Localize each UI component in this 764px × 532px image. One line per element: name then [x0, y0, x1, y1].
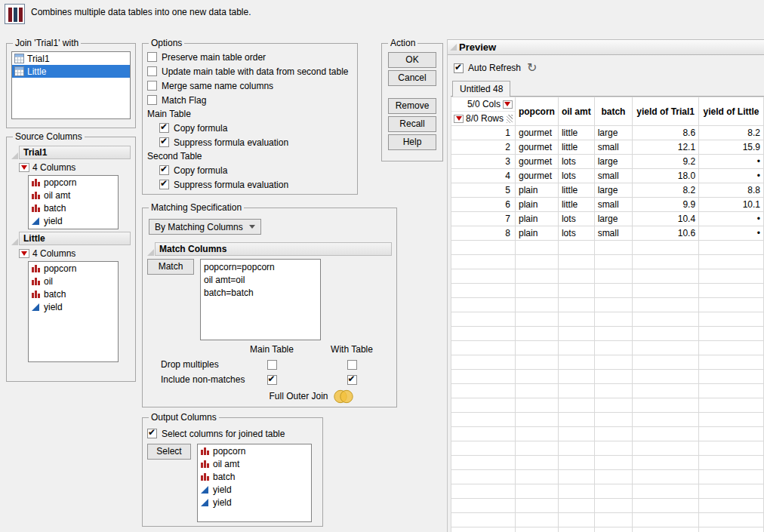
cell[interactable]: little	[558, 198, 594, 212]
checkbox[interactable]	[159, 123, 169, 133]
cell[interactable]: plain	[515, 183, 558, 198]
cell[interactable]: 9.2	[633, 155, 699, 169]
join-with-list[interactable]: Trial1Little	[11, 51, 131, 119]
column-item[interactable]: yield	[198, 496, 311, 509]
help-button[interactable]: Help	[388, 134, 436, 150]
cell[interactable]: 8.8	[699, 183, 764, 198]
column-item[interactable]: yield	[29, 214, 118, 227]
checkbox[interactable]	[159, 165, 169, 175]
row-number[interactable]: 8	[451, 226, 516, 241]
cell[interactable]: plain	[515, 226, 558, 241]
row-number[interactable]: 3	[451, 155, 516, 169]
checkbox[interactable]	[267, 375, 277, 385]
column-header[interactable]: batch	[594, 97, 633, 126]
column-item[interactable]: yield	[198, 483, 311, 496]
cell[interactable]: small	[594, 198, 633, 212]
cell[interactable]: gourmet	[515, 140, 558, 155]
ok-button[interactable]: OK	[388, 52, 436, 68]
cell[interactable]: 10.4	[633, 212, 699, 226]
join-table-item[interactable]: Trial1	[12, 52, 130, 65]
join-table-item[interactable]: Little	[12, 65, 130, 78]
column-item[interactable]: yield	[29, 300, 118, 313]
checkbox[interactable]	[347, 360, 357, 370]
match-pair[interactable]: oil amt=oil	[204, 274, 317, 287]
cell[interactable]: little	[558, 126, 594, 140]
cell[interactable]: small	[594, 226, 633, 241]
source-group-header[interactable]: Trial1	[19, 146, 131, 159]
cell[interactable]: small	[594, 169, 633, 183]
row-number[interactable]: 6	[451, 198, 516, 212]
match-pair[interactable]: popcorn=popcorn	[204, 261, 317, 274]
cell[interactable]: gourmet	[515, 169, 558, 183]
column-item[interactable]: batch	[198, 470, 311, 483]
rows-red-triangle-icon[interactable]	[454, 115, 464, 123]
red-triangle-menu-icon[interactable]	[19, 163, 29, 172]
disclosure-triangle-icon[interactable]	[11, 238, 18, 245]
column-item[interactable]: oil	[29, 275, 118, 288]
column-item[interactable]: oil amt	[29, 189, 118, 201]
auto-refresh-checkbox[interactable]	[454, 63, 464, 73]
match-button[interactable]: Match	[147, 259, 194, 275]
checkbox[interactable]	[267, 360, 277, 370]
cell[interactable]: large	[594, 212, 633, 226]
row-number[interactable]: 1	[451, 126, 516, 140]
preview-header[interactable]: Preview	[448, 39, 764, 55]
select-columns-checkbox[interactable]	[147, 429, 157, 438]
cell[interactable]: 10.6	[633, 226, 699, 241]
cell[interactable]: 8.6	[633, 126, 699, 140]
cell[interactable]: •	[699, 169, 764, 183]
source-column-list[interactable]: popcornoilbatchyield	[28, 261, 119, 362]
disclosure-triangle-icon[interactable]	[11, 152, 18, 159]
cell[interactable]: large	[594, 155, 633, 169]
cancel-button[interactable]: Cancel	[388, 70, 436, 86]
column-header[interactable]: yield of Little	[699, 97, 764, 126]
match-pairs-list[interactable]: popcorn=popcornoil amt=oilbatch=batch	[200, 259, 321, 340]
cell[interactable]: 8.2	[633, 183, 699, 198]
disclosure-triangle-icon[interactable]	[450, 44, 457, 51]
column-header[interactable]: popcorn	[515, 97, 558, 126]
cell[interactable]: 10.1	[699, 198, 764, 212]
cell[interactable]: •	[699, 226, 764, 241]
checkbox[interactable]	[147, 95, 157, 105]
cell[interactable]: plain	[515, 212, 558, 226]
row-number[interactable]: 4	[451, 169, 516, 183]
select-button[interactable]: Select	[147, 444, 191, 460]
row-number[interactable]: 2	[451, 140, 516, 155]
cell[interactable]: plain	[515, 198, 558, 212]
checkbox[interactable]	[147, 81, 157, 91]
column-item[interactable]: popcorn	[29, 176, 118, 189]
column-item[interactable]: oil amt	[198, 457, 311, 470]
preview-table[interactable]: 5/0 Cols8/0 Rowspopcornoil amtbatchyield…	[451, 97, 764, 532]
row-number[interactable]: 7	[451, 212, 516, 226]
cell[interactable]: 8.2	[699, 126, 764, 140]
cell[interactable]: little	[558, 140, 594, 155]
cell[interactable]: gourmet	[515, 126, 558, 140]
remove-button[interactable]: Remove	[388, 98, 436, 114]
column-item[interactable]: batch	[29, 201, 118, 214]
cell[interactable]: 9.9	[633, 198, 699, 212]
cell[interactable]: large	[594, 183, 633, 198]
cell[interactable]: 12.1	[633, 140, 699, 155]
refresh-icon[interactable]: ↻	[527, 63, 537, 73]
disclosure-triangle-icon[interactable]	[147, 249, 154, 256]
checkbox[interactable]	[147, 66, 157, 76]
red-triangle-menu-icon[interactable]	[19, 249, 29, 258]
cell[interactable]: lots	[558, 212, 594, 226]
cell[interactable]: 15.9	[699, 140, 764, 155]
cell[interactable]: lots	[558, 169, 594, 183]
columns-red-triangle-icon[interactable]	[503, 100, 513, 109]
checkbox[interactable]	[147, 52, 157, 62]
match-columns-header[interactable]: Match Columns	[155, 242, 392, 256]
checkbox[interactable]	[159, 180, 169, 189]
cell[interactable]: gourmet	[515, 155, 558, 169]
source-column-list[interactable]: popcornoil amtbatchyield	[28, 175, 119, 229]
row-number[interactable]: 5	[451, 183, 516, 198]
cell[interactable]: 18.0	[633, 169, 699, 183]
cell[interactable]: lots	[558, 226, 594, 241]
output-columns-list[interactable]: popcornoil amtbatchyieldyield	[197, 444, 312, 522]
column-header[interactable]: yield of Trial1	[633, 97, 699, 126]
column-item[interactable]: batch	[29, 288, 118, 300]
recall-button[interactable]: Recall	[388, 116, 436, 132]
checkbox[interactable]	[347, 375, 357, 385]
column-item[interactable]: popcorn	[29, 262, 118, 275]
